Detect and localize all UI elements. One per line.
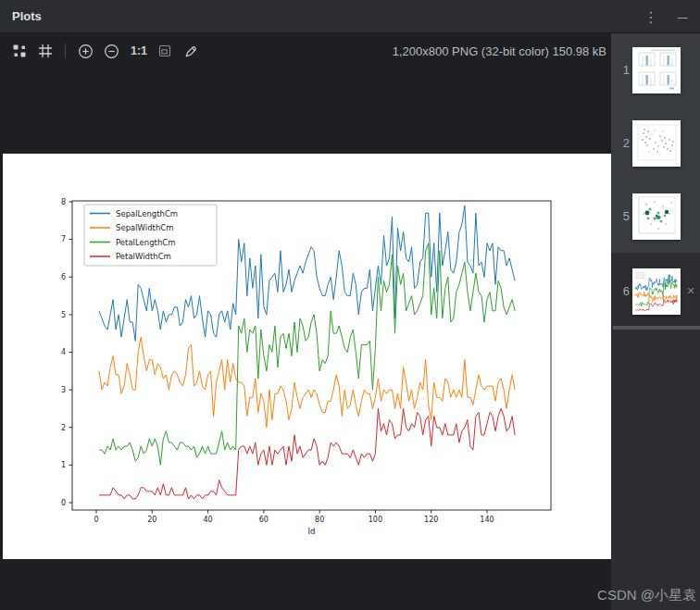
svg-text:20: 20 (147, 516, 156, 524)
thumbnail-row-5[interactable]: 5 (611, 180, 700, 253)
svg-text:SepalLengthCm: SepalLengthCm (116, 209, 178, 218)
svg-text:SepalWidthCm: SepalWidthCm (116, 223, 174, 232)
svg-text:60: 60 (259, 516, 269, 524)
page-title: Plots (12, 9, 42, 23)
header-actions: ⋮ ─ (639, 0, 694, 33)
svg-text:140: 140 (480, 516, 494, 524)
thumbnail-number: 1 (611, 63, 630, 77)
thumbnail-row-1[interactable]: 1 (611, 33, 700, 106)
color-picker-button[interactable] (179, 39, 203, 63)
zoom-in-icon (78, 44, 94, 59)
svg-text:PetalLengthCm: PetalLengthCm (116, 238, 176, 247)
thumbnail-number: 6 (611, 284, 630, 298)
svg-text:2: 2 (61, 424, 66, 432)
svg-text:3: 3 (61, 386, 66, 394)
svg-text:5: 5 (61, 311, 66, 319)
svg-text:40: 40 (203, 516, 212, 524)
arrange-icon (12, 44, 27, 58)
minimize-icon[interactable]: ─ (670, 5, 694, 29)
thumbnail-sidebar: 1 (611, 33, 700, 610)
svg-text:Id: Id (308, 527, 316, 536)
iris-line-chart: 020406080100120140Id012345678SepalLength… (3, 154, 611, 559)
svg-text:7: 7 (61, 235, 66, 243)
thumbnail-row-2[interactable]: 2 (611, 106, 700, 180)
svg-text:8: 8 (61, 198, 66, 206)
thumbnail-scrollbar[interactable] (613, 326, 700, 330)
image-info-text: 1,200x800 PNG (32-bit color) 150.98 kB (393, 33, 606, 68)
thumbnail-list: 1 (611, 33, 700, 330)
watermark-text: CSDN @小星袁 (597, 587, 696, 604)
thumbnail-image-line-plot[interactable] (632, 268, 681, 315)
svg-text:120: 120 (424, 516, 438, 524)
tool-window-header: Plots ⋮ ─ (0, 0, 700, 33)
thumbnail-row-6[interactable]: 6 ✕ (611, 253, 700, 330)
svg-text:80: 80 (315, 516, 324, 524)
svg-text:6: 6 (61, 273, 66, 281)
plot-image[interactable]: 020406080100120140Id012345678SepalLength… (3, 154, 611, 559)
show-grid-button[interactable] (33, 39, 57, 63)
svg-text:0: 0 (61, 499, 66, 507)
grid-frame-icon (38, 44, 53, 58)
fit-to-window-button[interactable] (153, 39, 177, 63)
toolbar-separator (65, 44, 66, 58)
thumbnail-image-scatter[interactable] (632, 120, 681, 167)
zoom-out-button[interactable] (99, 39, 123, 63)
svg-text:1: 1 (61, 461, 66, 469)
plots-tool-window: Plots ⋮ ─ (0, 0, 700, 610)
arrange-thumbnails-button[interactable] (7, 39, 31, 63)
actual-size-button[interactable]: 1:1 (125, 44, 153, 57)
thumbnail-number: 2 (611, 136, 630, 150)
more-options-icon[interactable]: ⋮ (639, 5, 663, 29)
thumbnail-image-histograms[interactable] (632, 47, 681, 93)
thumbnail-number: 5 (611, 209, 630, 223)
eyedropper-icon (183, 44, 199, 59)
thumbnail-image-green-scatter[interactable] (632, 193, 681, 240)
fit-to-window-icon (157, 44, 172, 58)
svg-text:100: 100 (369, 516, 382, 524)
zoom-in-button[interactable] (73, 39, 97, 63)
svg-text:4: 4 (61, 348, 66, 356)
zoom-out-icon (104, 44, 119, 59)
close-plot-icon[interactable]: ✕ (683, 284, 698, 299)
svg-text:PetalWidthCm: PetalWidthCm (116, 252, 171, 261)
plots-toolbar: 1:1 1,200x800 PNG (32-bit color) 150.98 … (0, 33, 611, 68)
svg-text:0: 0 (94, 516, 98, 524)
